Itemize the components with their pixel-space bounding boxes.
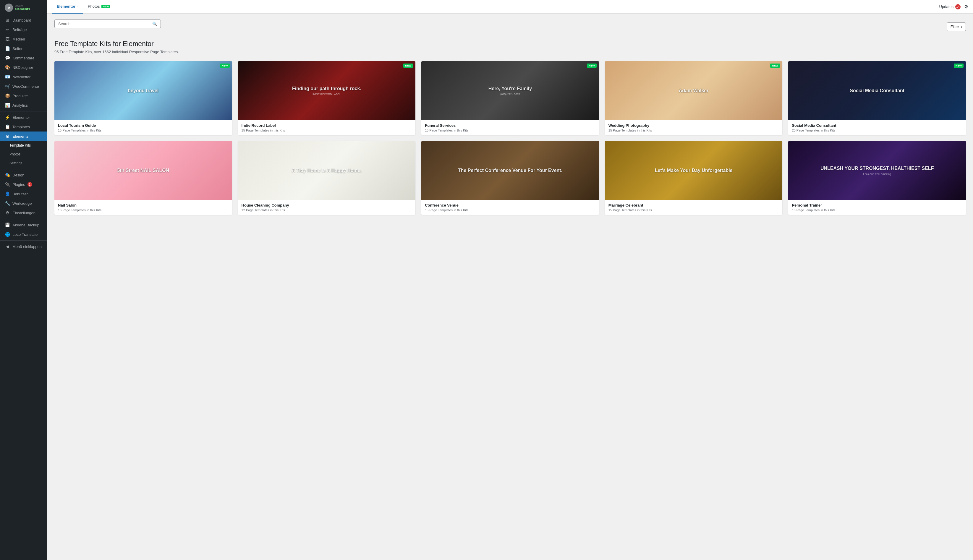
- sidebar-item-design[interactable]: 🎭 Design: [0, 170, 47, 180]
- template-card-local-tourism[interactable]: beyond travel NEW Local Tourism Guide 15…: [54, 61, 232, 135]
- settings-gear-button[interactable]: ⚙: [964, 4, 968, 10]
- card-thumbnail: Social Media Consultant NEW: [788, 61, 966, 120]
- sidebar-item-seiten[interactable]: 📄 Seiten: [0, 44, 47, 53]
- template-card-conference-venue[interactable]: The Perfect Conference Venue For Your Ev…: [421, 141, 599, 215]
- pages-icon: 📄: [5, 46, 10, 51]
- card-title: Conference Venue: [425, 203, 596, 207]
- card-thumbnail: The Perfect Conference Venue For Your Ev…: [421, 141, 599, 200]
- template-card-house-cleaning[interactable]: A Tidy Home Is A Happy Home. House Clean…: [238, 141, 416, 215]
- sidebar-item-werkzeuge[interactable]: 🔧 Werkzeuge: [0, 198, 47, 208]
- card-title: Wedding Photography: [608, 123, 779, 128]
- sidebar-item-woocommerce[interactable]: 🛒 WooCommerce: [0, 82, 47, 91]
- svg-text:e: e: [8, 5, 10, 10]
- topbar-right: Updates 14 ⚙: [939, 4, 968, 10]
- card-meta: 20 Page Templates in this Kits: [792, 128, 962, 132]
- logo-elements: elements: [15, 7, 30, 11]
- translate-icon: 🌐: [5, 232, 10, 237]
- filter-chevron-icon: ›: [961, 25, 962, 29]
- collapse-icon: ◀: [5, 244, 10, 249]
- sidebar-item-analytics[interactable]: 📊 Analytics: [0, 100, 47, 110]
- template-card-wedding-photography[interactable]: Adam Walker NEW Wedding Photography 15 P…: [605, 61, 783, 135]
- main-content: Elementor › Photos NEW Updates 14 ⚙ 🔍: [47, 0, 973, 560]
- card-meta: 16 Page Templates in this Kits: [58, 208, 229, 212]
- sidebar-item-nbdesigner[interactable]: 🎨 NBDesigner: [0, 63, 47, 72]
- woocommerce-icon: 🛒: [5, 84, 10, 89]
- design2-icon: 🎭: [5, 173, 10, 177]
- tab-elementor[interactable]: Elementor ›: [52, 0, 83, 13]
- thumb-main-text: Adam Walker: [679, 88, 709, 94]
- search-icon[interactable]: 🔍: [152, 22, 157, 26]
- card-title: Personal Trainer: [792, 203, 962, 207]
- card-thumbnail: Let's Make Your Day Unforgettable: [605, 141, 783, 200]
- card-meta: 15 Page Templates in this Kits: [242, 128, 412, 132]
- template-card-personal-trainer[interactable]: UNLEASH YOUR STRONGEST, HEALTHIEST SELF …: [788, 141, 966, 215]
- dashboard-icon: ⊞: [5, 18, 10, 22]
- topbar: Elementor › Photos NEW Updates 14 ⚙: [47, 0, 973, 13]
- gear-icon: ⚙: [964, 4, 968, 9]
- new-badge: NEW: [770, 63, 780, 68]
- sidebar-item-dashboard[interactable]: ⊞ Dashboard: [0, 15, 47, 25]
- tools-icon: 🔧: [5, 201, 10, 206]
- template-card-indie-record[interactable]: Finding our path through rock. INDIE REC…: [238, 61, 416, 135]
- sidebar-item-newsletter[interactable]: 📧 Newsletter: [0, 72, 47, 82]
- sidebar-item-medien[interactable]: 🖼 Medien: [0, 34, 47, 44]
- card-thumbnail: 5th Street NAIL SALON: [54, 141, 232, 200]
- sidebar-item-collapse[interactable]: ◀ Menü einklappen: [0, 242, 47, 251]
- edit-icon: ✏: [5, 27, 10, 32]
- filter-dropdown[interactable]: Filter ›: [947, 22, 966, 31]
- thumb-main-text: 5th Street NAIL SALON: [117, 168, 169, 174]
- sidebar-item-elements[interactable]: ◉ Elements: [0, 132, 47, 141]
- sidebar-item-akeeba[interactable]: 💾 Akeeba Backup: [0, 220, 47, 230]
- updates-button[interactable]: Updates 14: [939, 4, 961, 10]
- analytics-icon: 📊: [5, 103, 10, 108]
- sidebar-item-templates[interactable]: 📋 Templates: [0, 122, 47, 132]
- card-info: Local Tourism Guide 15 Page Templates in…: [54, 120, 232, 135]
- thumb-main-text: Let's Make Your Day Unforgettable: [655, 168, 733, 174]
- thumb-sub-text: INDIE RECORD LABEL: [312, 93, 341, 96]
- thumb-content: 5th Street NAIL SALON: [54, 141, 232, 200]
- sidebar-item-loco[interactable]: 🌐 Loco Translate: [0, 230, 47, 239]
- template-card-marriage-celebrant[interactable]: Let's Make Your Day Unforgettable Marria…: [605, 141, 783, 215]
- card-thumbnail: A Tidy Home Is A Happy Home.: [238, 141, 416, 200]
- search-input[interactable]: [58, 22, 152, 26]
- users-icon: 👤: [5, 192, 10, 196]
- sidebar-item-kommentare[interactable]: 💬 Kommentare: [0, 53, 47, 63]
- sidebar-divider-1: [0, 111, 47, 112]
- tab-photos[interactable]: Photos NEW: [83, 0, 115, 13]
- new-badge: NEW: [403, 63, 413, 68]
- logo-envato: envato: [15, 4, 30, 7]
- page-subtitle: 95 Free Template Kits, over 1662 individ…: [54, 50, 966, 54]
- thumb-content: Social Media Consultant: [788, 61, 966, 120]
- sidebar-sub-settings[interactable]: Settings: [0, 159, 47, 168]
- card-info: Nail Salon 16 Page Templates in this Kit…: [54, 200, 232, 215]
- thumb-main-text: Social Media Consultant: [850, 88, 905, 94]
- card-meta: 12 Page Templates in this Kits: [242, 208, 412, 212]
- card-info: Funeral Services 15 Page Templates in th…: [421, 120, 599, 135]
- search-bar: 🔍: [54, 20, 161, 28]
- thumb-main-text: beyond travel: [128, 88, 159, 94]
- sidebar-item-elementor[interactable]: ⚡ Elementor: [0, 113, 47, 122]
- sidebar-sub-photos[interactable]: Photos: [0, 150, 47, 159]
- sidebar-item-beitrage[interactable]: ✏ Beiträge: [0, 25, 47, 34]
- sidebar-sub-template-kits[interactable]: Template Kits: [0, 141, 47, 150]
- card-meta: 15 Page Templates in this Kits: [608, 208, 779, 212]
- thumb-main-text: The Perfect Conference Venue For Your Ev…: [458, 168, 562, 174]
- sidebar-item-plugins[interactable]: 🔌 Plugins 1: [0, 180, 47, 189]
- new-badge: NEW: [220, 63, 230, 68]
- products-icon: 📦: [5, 93, 10, 98]
- sidebar-item-einstellungen[interactable]: ⚙ Einstellungen: [0, 208, 47, 217]
- thumb-content: Finding our path through rock. INDIE REC…: [238, 61, 416, 120]
- template-card-funeral-services[interactable]: Here, You're Family (615) 222 - 5678 NEW…: [421, 61, 599, 135]
- plugins-badge: 1: [27, 182, 32, 187]
- thumb-content: beyond travel: [54, 61, 232, 120]
- new-badge: NEW: [587, 63, 597, 68]
- sidebar-item-produkte[interactable]: 📦 Produkte: [0, 91, 47, 100]
- sidebar-logo: e envato elements: [0, 0, 47, 15]
- card-thumbnail: Adam Walker NEW: [605, 61, 783, 120]
- card-info: Marriage Celebrant 15 Page Templates in …: [605, 200, 783, 215]
- sidebar-item-benutzer[interactable]: 👤 Benutzer: [0, 189, 47, 198]
- media-icon: 🖼: [5, 37, 10, 42]
- template-card-nail-salon[interactable]: 5th Street NAIL SALON Nail Salon 16 Page…: [54, 141, 232, 215]
- card-thumbnail: UNLEASH YOUR STRONGEST, HEALTHIEST SELF …: [788, 141, 966, 200]
- template-card-social-media[interactable]: Social Media Consultant NEW Social Media…: [788, 61, 966, 135]
